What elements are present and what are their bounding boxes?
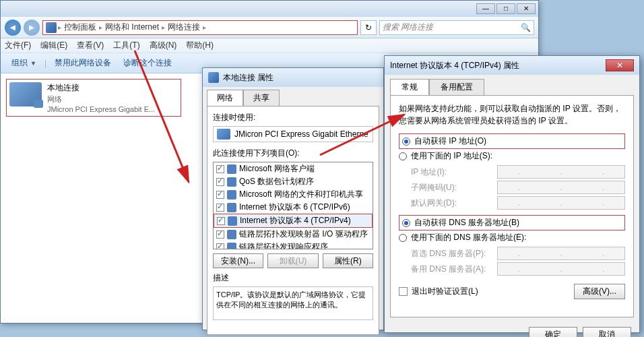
search-placeholder: 搜索 网络连接: [383, 22, 433, 33]
checkbox[interactable]: [216, 178, 224, 186]
uses-items-label: 此连接使用下列项目(O):: [213, 148, 373, 159]
checkbox[interactable]: [216, 243, 224, 250]
menu-view[interactable]: 查看(V): [77, 40, 104, 51]
connection-text: 本地连接 网络 JMicron PCI Express Gigabit E...: [47, 82, 155, 113]
radio-label: 自动获得 DNS 服务器地址(B): [414, 217, 519, 228]
item-label: 链路层拓扑发现映射器 I/O 驱动程序: [239, 228, 368, 240]
radio-label: 使用下面的 IP 地址(S):: [411, 150, 492, 162]
dns2-row: 备用 DNS 服务器(A):...: [411, 262, 625, 276]
list-item[interactable]: 链路层拓扑发现响应程序: [214, 241, 373, 249]
item-label: Internet 协议版本 4 (TCP/IPv4): [240, 215, 351, 226]
diagnose-button[interactable]: 诊断这个连接: [119, 56, 176, 70]
tab-share[interactable]: 共享: [243, 90, 280, 106]
close-button[interactable]: ✕: [517, 3, 536, 14]
component-list[interactable]: Microsoft 网络客户端 QoS 数据包计划程序 Microsoft 网络…: [213, 162, 373, 249]
cancel-button[interactable]: 取消: [583, 327, 631, 337]
dns1-label: 首选 DNS 服务器(P):: [411, 248, 492, 259]
ip-input[interactable]: ...: [497, 165, 625, 179]
radio-icon: [399, 234, 407, 242]
menu-tools[interactable]: 工具(T): [113, 40, 139, 51]
list-item[interactable]: Internet 协议版本 6 (TCP/IPv6): [214, 201, 373, 214]
ok-button[interactable]: 确定: [529, 327, 577, 337]
breadcrumb-item[interactable]: 网络和 Internet: [104, 22, 160, 33]
adapter-icon: [217, 129, 230, 140]
list-item-selected[interactable]: Internet 协议版本 4 (TCP/IPv4): [214, 214, 373, 228]
dns1-input[interactable]: ...: [497, 247, 625, 260]
component-icon: [227, 190, 236, 200]
connection-icon: [9, 82, 42, 106]
checkbox[interactable]: [216, 165, 224, 173]
auto-dns-radio[interactable]: 自动获得 DNS 服务器地址(B): [399, 215, 625, 231]
list-item[interactable]: Microsoft 网络的文件和打印机共享: [214, 188, 373, 201]
component-icon: [227, 164, 236, 174]
advanced-button[interactable]: 高级(V)...: [574, 284, 625, 299]
tab-network[interactable]: 网络: [207, 90, 243, 106]
uninstall-button[interactable]: 卸载(U): [267, 253, 318, 268]
connection-adapter: JMicron PCI Express Gigabit E...: [47, 105, 155, 113]
tab-alternate[interactable]: 备用配置: [429, 79, 484, 95]
back-button[interactable]: ◄: [5, 20, 21, 36]
item-label: Internet 协议版本 6 (TCP/IPv6): [239, 202, 350, 213]
radio-label: 自动获得 IP 地址(O): [414, 135, 486, 147]
button-row: 安装(N)... 卸载(U) 属性(R): [213, 253, 373, 268]
organize-label: 组织: [11, 57, 28, 69]
dns1-row: 首选 DNS 服务器(P):...: [411, 247, 625, 260]
breadcrumb-item[interactable]: 网络连接: [166, 22, 201, 33]
connection-item[interactable]: 本地连接 网络 JMicron PCI Express Gigabit E...: [6, 79, 181, 117]
menu-advanced[interactable]: 高级(N): [150, 40, 177, 51]
chevron-right-icon: ▸: [58, 24, 61, 31]
disable-device-button[interactable]: 禁用此网络设备: [51, 56, 115, 70]
breadcrumb-item[interactable]: 控制面板: [63, 22, 98, 33]
item-label: QoS 数据包计划程序: [239, 176, 314, 187]
tab-general[interactable]: 常规: [390, 79, 429, 95]
list-item[interactable]: 链路层拓扑发现映射器 I/O 驱动程序: [214, 228, 373, 241]
connection-network: 网络: [47, 94, 155, 104]
item-label: Microsoft 网络的文件和打印机共享: [239, 189, 363, 200]
list-item[interactable]: Microsoft 网络客户端: [214, 162, 373, 175]
window-titlebar: — □ ✕: [1, 1, 538, 17]
item-properties-button[interactable]: 属性(R): [323, 253, 373, 268]
menu-edit[interactable]: 编辑(E): [40, 40, 67, 51]
gw-input[interactable]: ...: [497, 196, 625, 210]
radio-icon: [399, 152, 407, 160]
mask-input[interactable]: ...: [497, 181, 625, 194]
item-label: Microsoft 网络客户端: [239, 163, 315, 175]
menu-help[interactable]: 帮助(H): [186, 40, 214, 51]
tabs: 网络 共享: [203, 87, 383, 106]
intro-text: 如果网络支持此功能，则可以获取自动指派的 IP 设置。否则，您需要从网络系统管理…: [399, 102, 625, 127]
radio-icon: [402, 137, 410, 146]
dns2-input[interactable]: ...: [497, 262, 625, 276]
checkbox[interactable]: [216, 204, 224, 212]
chevron-down-icon: ▼: [30, 60, 36, 67]
item-label: 链路层拓扑发现响应程序: [239, 241, 328, 249]
breadcrumb[interactable]: ▸ 控制面板 ▸ 网络和 Internet ▸ 网络连接 ▸: [42, 20, 358, 35]
chevron-right-icon: ▸: [203, 24, 206, 31]
minimize-button[interactable]: —: [476, 3, 495, 14]
forward-button[interactable]: ►: [24, 20, 40, 36]
install-button[interactable]: 安装(N)...: [213, 253, 263, 268]
organize-button[interactable]: 组织 ▼: [7, 56, 40, 70]
dialog-titlebar: 本地连接 属性: [203, 68, 383, 87]
checkbox[interactable]: [216, 191, 224, 199]
connection-name: 本地连接: [47, 82, 155, 94]
tab-pane: 连接时使用: JMicron PCI Express Gigabit Ether…: [207, 106, 379, 335]
connect-using-label: 连接时使用:: [213, 112, 373, 123]
refresh-button[interactable]: ↻: [360, 20, 377, 35]
nav-bar: ◄ ► ▸ 控制面板 ▸ 网络和 Internet ▸ 网络连接 ▸ ↻ 搜索 …: [1, 17, 538, 38]
manual-ip-radio[interactable]: 使用下面的 IP 地址(S):: [399, 149, 625, 163]
maximize-button[interactable]: □: [496, 3, 515, 14]
menu-file[interactable]: 文件(F): [5, 40, 31, 51]
component-icon: [227, 203, 236, 212]
component-icon: [227, 243, 236, 250]
search-input[interactable]: 搜索 网络连接 🔍: [379, 20, 534, 35]
validate-checkbox[interactable]: 退出时验证设置(L): [399, 286, 478, 297]
close-button[interactable]: ✕: [606, 59, 634, 71]
ip-label: IP 地址(I):: [411, 166, 492, 178]
checkbox[interactable]: [216, 231, 224, 239]
list-item[interactable]: QoS 数据包计划程序: [214, 175, 373, 188]
manual-dns-radio[interactable]: 使用下面的 DNS 服务器地址(E):: [399, 231, 625, 245]
auto-ip-radio[interactable]: 自动获得 IP 地址(O): [399, 133, 625, 149]
dialog-title: 本地连接 属性: [223, 72, 273, 84]
adapter-field[interactable]: JMicron PCI Express Gigabit Etherne: [213, 126, 373, 142]
checkbox[interactable]: [217, 217, 225, 225]
